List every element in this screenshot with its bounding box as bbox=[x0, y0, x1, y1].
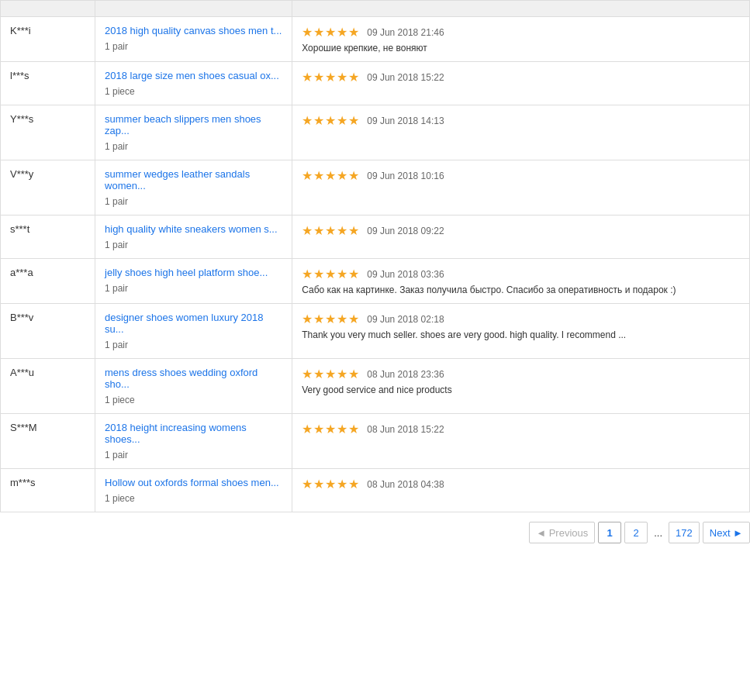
buyer-name: a***a bbox=[10, 267, 33, 278]
star-icon: ★ bbox=[325, 113, 336, 128]
buyer-cell: A***u bbox=[1, 359, 95, 414]
buyer-name: V***y bbox=[10, 168, 33, 180]
star-icon: ★ bbox=[325, 312, 336, 326]
transaction-link[interactable]: Hollow out oxfords formal shoes men... bbox=[105, 477, 279, 488]
star-icon: ★ bbox=[337, 223, 347, 238]
transaction-link[interactable]: high quality white sneakers women s... bbox=[105, 223, 278, 235]
quantity: 1 pair bbox=[105, 450, 282, 460]
table-row: A***u mens dress shoes wedding oxford sh… bbox=[1, 359, 750, 414]
quantity: 1 pair bbox=[105, 283, 282, 294]
feedback-cell: ★★★★★ 09 Jun 2018 14:13 bbox=[292, 105, 750, 160]
stars: ★★★★★ bbox=[302, 312, 359, 326]
star-icon: ★ bbox=[313, 267, 324, 281]
transaction-cell: jelly shoes high heel platform shoe... 1… bbox=[95, 259, 292, 304]
feedback-top: ★★★★★ 08 Jun 2018 23:36 bbox=[302, 367, 740, 381]
star-icon: ★ bbox=[302, 267, 313, 281]
star-icon: ★ bbox=[337, 168, 347, 183]
quantity: 1 pair bbox=[105, 196, 282, 207]
table-row: s***t high quality white sneakers women … bbox=[1, 216, 750, 259]
previous-button[interactable]: ◄ Previous bbox=[529, 522, 595, 543]
buyer-cell: l***s bbox=[1, 62, 95, 105]
feedback-top: ★★★★★ 08 Jun 2018 04:38 bbox=[302, 477, 740, 491]
feedback-cell: ★★★★★ 08 Jun 2018 15:22 bbox=[292, 414, 750, 469]
transaction-link[interactable]: 2018 large size men shoes casual ox... bbox=[105, 70, 279, 81]
star-icon: ★ bbox=[348, 477, 359, 491]
col-header-buyer bbox=[1, 1, 95, 17]
next-button[interactable]: Next ► bbox=[703, 522, 750, 543]
table-row: S***M 2018 height increasing womens shoe… bbox=[1, 414, 750, 469]
transaction-cell: summer beach slippers men shoes zap... 1… bbox=[95, 105, 292, 160]
buyer-cell: s***t bbox=[1, 216, 95, 259]
star-icon: ★ bbox=[302, 223, 313, 238]
stars: ★★★★★ bbox=[302, 168, 359, 183]
pagination: ◄ Previous 1 2 ... 172 Next ► bbox=[0, 512, 750, 553]
buyer-name: Y***s bbox=[10, 113, 33, 125]
feedback-text: Very good service and nice products bbox=[302, 384, 740, 395]
star-icon: ★ bbox=[302, 367, 313, 381]
star-icon: ★ bbox=[348, 223, 359, 238]
feedback-cell: ★★★★★ 09 Jun 2018 15:22 bbox=[292, 62, 750, 105]
star-icon: ★ bbox=[302, 25, 313, 40]
quantity: 1 piece bbox=[105, 493, 282, 504]
star-icon: ★ bbox=[325, 223, 336, 238]
transaction-link[interactable]: summer wedges leather sandals women... bbox=[105, 168, 250, 191]
reviews-table-container: K***i 2018 high quality canvas shoes men… bbox=[0, 0, 750, 553]
table-row: Y***s summer beach slippers men shoes za… bbox=[1, 105, 750, 160]
buyer-name: l***s bbox=[10, 70, 29, 81]
stars: ★★★★★ bbox=[302, 70, 359, 84]
table-row: V***y summer wedges leather sandals wome… bbox=[1, 160, 750, 216]
star-icon: ★ bbox=[313, 113, 324, 128]
star-icon: ★ bbox=[348, 70, 359, 84]
page-1-button[interactable]: 1 bbox=[598, 522, 621, 543]
transaction-link[interactable]: designer shoes women luxury 2018 su... bbox=[105, 312, 264, 335]
stars: ★★★★★ bbox=[302, 267, 359, 281]
star-icon: ★ bbox=[337, 267, 347, 281]
star-icon: ★ bbox=[313, 25, 324, 40]
transaction-link[interactable]: mens dress shoes wedding oxford sho... bbox=[105, 367, 257, 390]
feedback-text: Хорошие крепкие, не воняют bbox=[302, 43, 740, 53]
review-date: 09 Jun 2018 15:22 bbox=[367, 72, 444, 83]
table-row: m***s Hollow out oxfords formal shoes me… bbox=[1, 469, 750, 512]
stars: ★★★★★ bbox=[302, 367, 359, 381]
stars: ★★★★★ bbox=[302, 25, 359, 40]
quantity: 1 pair bbox=[105, 240, 282, 250]
review-date: 09 Jun 2018 10:16 bbox=[367, 171, 444, 181]
page-2-button[interactable]: 2 bbox=[624, 522, 648, 543]
transaction-link[interactable]: 2018 height increasing womens shoes... bbox=[105, 422, 247, 445]
star-icon: ★ bbox=[348, 422, 359, 436]
buyer-name: B***v bbox=[10, 312, 33, 323]
transaction-cell: high quality white sneakers women s... 1… bbox=[95, 216, 292, 259]
star-icon: ★ bbox=[302, 113, 313, 128]
star-icon: ★ bbox=[325, 477, 336, 491]
transaction-cell: Hollow out oxfords formal shoes men... 1… bbox=[95, 469, 292, 512]
feedback-cell: ★★★★★ 08 Jun 2018 04:38 bbox=[292, 469, 750, 512]
star-icon: ★ bbox=[348, 168, 359, 183]
feedback-top: ★★★★★ 09 Jun 2018 10:16 bbox=[302, 168, 740, 183]
transaction-link[interactable]: summer beach slippers men shoes zap... bbox=[105, 113, 261, 136]
feedback-text: Thank you very much seller. shoes are ve… bbox=[302, 329, 740, 340]
star-icon: ★ bbox=[325, 422, 336, 436]
page-172-button[interactable]: 172 bbox=[669, 522, 700, 543]
star-icon: ★ bbox=[302, 312, 313, 326]
star-icon: ★ bbox=[313, 223, 324, 238]
feedback-cell: ★★★★★ 09 Jun 2018 02:18 Thank you very m… bbox=[292, 304, 750, 359]
feedback-cell: ★★★★★ 09 Jun 2018 10:16 bbox=[292, 160, 750, 216]
pagination-dots: ... bbox=[651, 527, 665, 539]
buyer-cell: S***M bbox=[1, 414, 95, 469]
review-date: 09 Jun 2018 09:22 bbox=[367, 226, 444, 236]
feedback-top: ★★★★★ 09 Jun 2018 21:46 bbox=[302, 25, 740, 40]
buyer-cell: V***y bbox=[1, 160, 95, 216]
transaction-link[interactable]: jelly shoes high heel platform shoe... bbox=[105, 267, 268, 278]
buyer-cell: m***s bbox=[1, 469, 95, 512]
star-icon: ★ bbox=[325, 267, 336, 281]
buyer-name: S***M bbox=[10, 422, 37, 433]
quantity: 1 pair bbox=[105, 141, 282, 152]
review-date: 08 Jun 2018 23:36 bbox=[367, 369, 444, 380]
star-icon: ★ bbox=[348, 367, 359, 381]
feedback-cell: ★★★★★ 08 Jun 2018 23:36 Very good servic… bbox=[292, 359, 750, 414]
transaction-link[interactable]: 2018 high quality canvas shoes men t... bbox=[105, 25, 282, 36]
star-icon: ★ bbox=[337, 367, 347, 381]
buyer-cell: K***i bbox=[1, 17, 95, 62]
star-icon: ★ bbox=[337, 25, 347, 40]
star-icon: ★ bbox=[313, 477, 324, 491]
